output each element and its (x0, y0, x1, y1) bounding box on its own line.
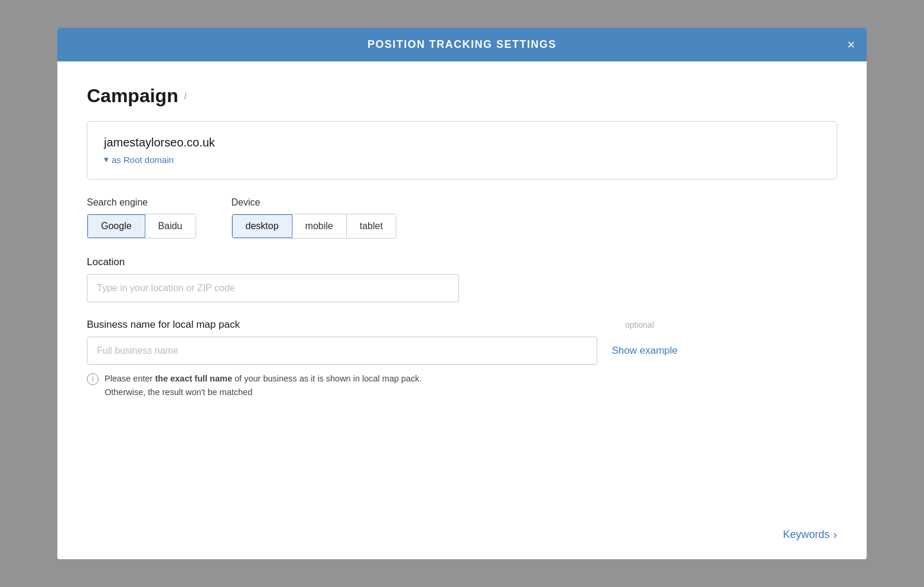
show-example-link[interactable]: Show example (611, 345, 678, 357)
campaign-info-icon[interactable]: i (184, 90, 187, 102)
root-domain-label: as Root domain (112, 155, 174, 165)
business-label: Business name for local map pack (87, 319, 240, 331)
campaign-domain: jamestaylorseo.co.uk (104, 136, 820, 149)
root-domain-link[interactable]: ▾ as Root domain (104, 154, 820, 165)
modal-body: Campaign i jamestaylorseo.co.uk ▾ as Roo… (57, 61, 867, 516)
hint-text-line2: Otherwise, the result won't be matched (105, 387, 252, 397)
root-domain-chevron: ▾ (104, 154, 109, 165)
chevron-right-icon: › (833, 528, 837, 542)
search-engine-label: Search engine (87, 197, 196, 208)
settings-row: Search engine Google Baidu Device deskto… (87, 197, 837, 239)
device-group: Device desktop mobile tablet (232, 197, 396, 239)
search-engine-baidu-button[interactable]: Baidu (145, 214, 196, 238)
device-tablet-button[interactable]: tablet (347, 214, 396, 238)
keywords-label: Keywords (783, 529, 829, 541)
hint-text-after: of your business as it is shown in local… (232, 374, 422, 383)
modal-overlay: POSITION TRACKING SETTINGS × Campaign i … (0, 0, 924, 587)
location-label: Location (87, 256, 837, 268)
modal-container: POSITION TRACKING SETTINGS × Campaign i … (57, 28, 867, 559)
campaign-box: jamestaylorseo.co.uk ▾ as Root domain (87, 121, 837, 180)
optional-tag: optional (625, 320, 654, 330)
device-label: Device (232, 197, 396, 208)
modal-header: POSITION TRACKING SETTINGS × (57, 28, 867, 61)
search-engine-btn-group: Google Baidu (87, 214, 196, 239)
hint-bold: the exact full name (155, 374, 232, 383)
modal-title: POSITION TRACKING SETTINGS (367, 38, 557, 50)
hint-icon: i (87, 373, 99, 385)
search-engine-google-button[interactable]: Google (87, 214, 145, 238)
device-desktop-button[interactable]: desktop (232, 214, 292, 238)
search-engine-group: Search engine Google Baidu (87, 197, 196, 239)
business-section: Business name for local map pack optiona… (87, 319, 837, 399)
business-row: Show example (87, 337, 678, 365)
business-header: Business name for local map pack optiona… (87, 319, 654, 331)
business-name-input[interactable] (87, 337, 597, 365)
device-mobile-button[interactable]: mobile (292, 214, 347, 238)
hint-text: i Please enter the exact full name of yo… (87, 372, 619, 399)
close-button[interactable]: × (847, 38, 855, 51)
hint-content: Please enter the exact full name of your… (105, 372, 422, 399)
location-section: Location (87, 256, 837, 302)
section-title: Campaign i (87, 85, 837, 107)
hint-text-before: Please enter (105, 374, 155, 383)
location-input[interactable] (87, 274, 459, 302)
footer-nav: Keywords › (57, 516, 867, 559)
device-btn-group: desktop mobile tablet (232, 214, 396, 239)
keywords-link[interactable]: Keywords › (783, 528, 837, 542)
